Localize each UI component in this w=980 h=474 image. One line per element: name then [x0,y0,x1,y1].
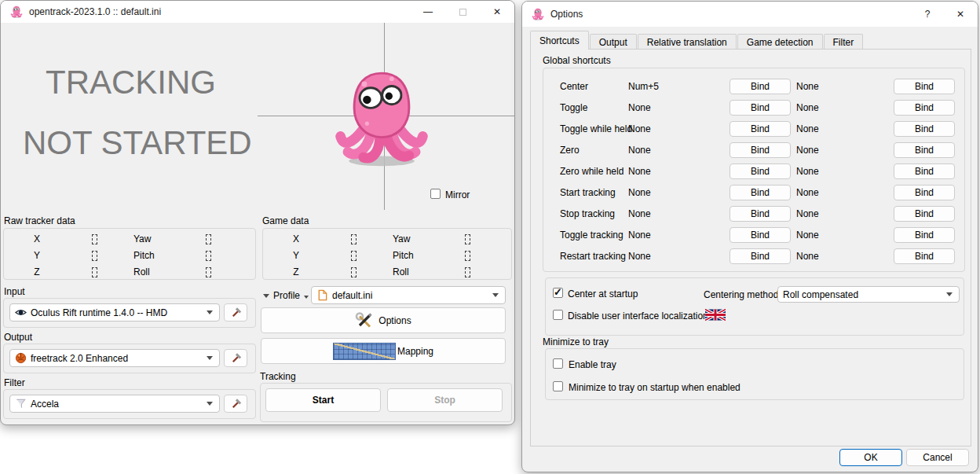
chevron-down-icon [492,293,499,297]
mapping-curve-icon [333,343,396,360]
bind-button-primary[interactable]: Bind [730,79,791,94]
output-settings-button[interactable] [224,349,247,367]
input-settings-button[interactable] [224,303,247,322]
tab-label: Output [599,37,627,48]
chevron-down-icon [263,294,269,298]
tab-relative-translation[interactable]: Relative translation [638,34,737,50]
global-shortcuts-group: Center Num+5 Bind None Bind Toggle None … [543,68,965,272]
minimize-button[interactable]: — [411,1,445,23]
mirror-checkbox-label: Mirror [445,189,470,200]
shortcut-key-secondary: None [791,208,894,219]
centering-group: Center at startup Centering method Roll … [545,277,964,336]
shortcut-key-primary: None [628,123,730,134]
shortcut-row: Toggle while held None Bind None Bind [543,118,964,139]
enable-tray-label: Enable tray [569,359,616,370]
bind-button-secondary[interactable]: Bind [894,79,955,94]
shortcut-name: Toggle tracking [560,230,628,241]
input-section-label: Input [4,286,25,297]
output-section-label: Output [4,332,32,343]
mapping-button[interactable]: Mapping [261,338,506,364]
input-tracker-value: Oculus Rift runtime 1.4.0 -- HMD [31,307,167,318]
close-icon: ✕ [493,6,501,17]
hammer-icon [230,307,242,318]
bind-button-primary[interactable]: Bind [730,100,791,116]
input-tracker-select[interactable]: Oculus Rift runtime 1.4.0 -- HMD [9,303,220,322]
center-at-startup-checkbox[interactable] [553,288,563,298]
tab-label: Relative translation [647,37,727,48]
axis-value-placeholder [206,234,211,244]
bind-button-primary[interactable]: Bind [730,248,791,264]
mirror-checkbox[interactable] [430,189,441,199]
ok-button[interactable]: OK [839,449,902,466]
bind-button-secondary[interactable]: Bind [894,121,955,137]
chevron-down-icon [304,296,309,299]
axis-label: Z [27,266,46,277]
start-button-label: Start [313,395,334,406]
tools-icon [355,312,374,329]
chevron-down-icon [207,356,213,360]
help-button[interactable]: ? [912,2,943,27]
file-icon [316,289,328,301]
tab-filter[interactable]: Filter [824,34,864,50]
dialog-close-button[interactable]: ✕ [943,2,978,27]
shortcut-key-secondary: None [791,187,894,198]
main-titlebar: opentrack-2023.1.0 :: default.ini — ✕ [1,1,514,23]
close-icon: ✕ [956,9,964,20]
bind-button-secondary[interactable]: Bind [894,142,955,158]
bind-button-secondary[interactable]: Bind [894,206,955,222]
game-data-label: Game data [262,215,309,226]
bind-button-secondary[interactable]: Bind [894,227,955,243]
shortcut-key-secondary: None [791,81,894,92]
options-button[interactable]: Options [261,307,506,333]
bind-button-primary[interactable]: Bind [730,206,791,222]
bind-button-primary[interactable]: Bind [730,164,791,179]
shortcut-row: Toggle None Bind None Bind [543,97,964,118]
filter-select[interactable]: Accela [9,395,220,413]
axis-value-placeholder [92,267,97,277]
bind-button-primary[interactable]: Bind [730,121,791,137]
axis-value-placeholder [465,251,470,261]
axis-label: X [27,233,46,244]
start-tracking-button[interactable]: Start [265,388,381,412]
bind-button-secondary[interactable]: Bind [894,164,955,179]
shortcut-row: Restart tracking None Bind None Bind [543,245,964,266]
centering-method-value: Roll compensated [783,289,858,300]
tab-shortcuts[interactable]: Shortcuts [530,31,589,50]
bind-button-primary[interactable]: Bind [730,185,791,200]
bind-button-primary[interactable]: Bind [730,227,791,243]
tracking-status-line2: NOT STARTED [23,124,252,162]
filter-settings-button[interactable] [224,395,247,413]
minimize-on-startup-checkbox[interactable] [553,381,563,391]
axis-row: Y Pitch [4,248,255,264]
axis-label: Yaw [393,233,410,244]
tab-output[interactable]: Output [590,34,637,50]
shortcut-key-secondary: None [791,230,894,241]
close-button[interactable]: ✕ [480,1,514,23]
axis-row: Z Roll [263,264,511,281]
output-protocol-value: freetrack 2.0 Enhanced [31,353,128,364]
axis-label: Yaw [133,233,151,244]
stop-tracking-button[interactable]: Stop [387,388,503,412]
disable-localization-checkbox[interactable] [553,310,563,320]
shortcut-name: Toggle while held [560,123,628,134]
profile-select[interactable]: default.ini [311,286,506,304]
tab-game-detection[interactable]: Game detection [737,34,823,50]
bind-button-secondary[interactable]: Bind [894,100,955,116]
minimize-on-startup-label: Minimize to tray on startup when enabled [569,382,740,393]
cancel-button-label: Cancel [923,452,952,463]
axis-value-placeholder [206,267,211,277]
main-window: opentrack-2023.1.0 :: default.ini — ✕ TR… [0,0,515,425]
output-protocol-select[interactable]: freetrack 2.0 Enhanced [9,349,220,367]
bind-button-secondary[interactable]: Bind [894,248,955,264]
centering-method-select[interactable]: Roll compensated [777,286,960,303]
axis-row: X Yaw [4,231,255,248]
main-window-title: opentrack-2023.1.0 :: default.ini [29,6,161,17]
profile-menu-button[interactable]: Profile [263,290,309,301]
enable-tray-checkbox[interactable] [553,358,563,369]
axis-label: Y [27,250,46,261]
bind-button-primary[interactable]: Bind [730,142,791,158]
axis-row: Y Pitch [263,248,511,264]
options-titlebar: Options ? ✕ [522,2,978,27]
bind-button-secondary[interactable]: Bind [894,185,955,200]
cancel-button[interactable]: Cancel [906,449,969,466]
